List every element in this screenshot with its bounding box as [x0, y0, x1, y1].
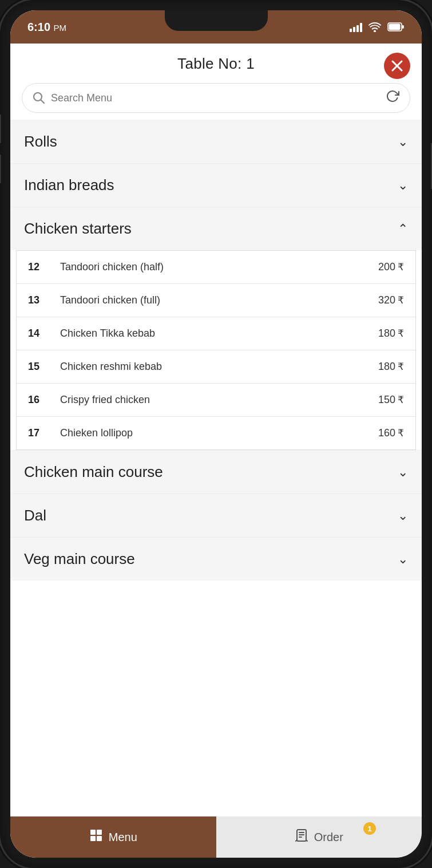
table-row[interactable]: 17 Chieken lollipop 160 ₹: [17, 417, 415, 449]
close-button[interactable]: [384, 53, 410, 79]
chevron-down-icon: ⌄: [398, 508, 408, 523]
item-number: 16: [28, 394, 51, 406]
category-chicken-starters[interactable]: Chicken starters ⌃: [10, 207, 422, 250]
wifi-icon: [368, 22, 382, 32]
page-header: Table No: 1: [10, 44, 422, 78]
item-number: 12: [28, 261, 51, 273]
category-veg-main-label: Veg main course: [24, 550, 135, 568]
item-number: 15: [28, 361, 51, 373]
item-number: 13: [28, 294, 51, 306]
item-price: 150 ₹: [378, 394, 404, 406]
table-row[interactable]: 12 Tandoori chicken (half) 200 ₹: [17, 251, 415, 284]
tab-menu[interactable]: Menu: [10, 816, 216, 858]
item-name: Chieken lollipop: [60, 427, 378, 439]
category-chicken-main-course[interactable]: Chicken main course ⌄: [10, 450, 422, 494]
chevron-up-icon: ⌃: [398, 222, 408, 236]
chevron-down-icon: ⌄: [398, 552, 408, 567]
item-name: Tandoori chicken (full): [60, 294, 378, 306]
table-row[interactable]: 15 Chicken reshmi kebab 180 ₹: [17, 350, 415, 384]
item-number: 14: [28, 328, 51, 340]
tab-order[interactable]: Order 1: [216, 816, 422, 858]
status-time: 6:10 PM: [27, 21, 66, 34]
svg-rect-2: [402, 25, 404, 29]
category-indian-breads[interactable]: Indian breads ⌄: [10, 163, 422, 207]
item-name: Chicken Tikka kebab: [60, 328, 378, 340]
signal-icon: [350, 22, 362, 32]
item-price: 320 ₹: [378, 294, 404, 306]
menu-items-list: 12 Tandoori chicken (half) 200 ₹ 13 Tand…: [16, 250, 416, 450]
category-rolls-label: Rolls: [24, 133, 57, 151]
category-indian-breads-label: Indian breads: [24, 176, 114, 194]
item-name: Tandoori chicken (half): [60, 261, 378, 273]
category-dal[interactable]: Dal ⌄: [10, 494, 422, 537]
refresh-icon[interactable]: [386, 89, 399, 106]
svg-rect-7: [90, 830, 96, 835]
chevron-down-icon: ⌄: [398, 178, 408, 193]
item-number: 17: [28, 427, 51, 439]
category-chicken-main-label: Chicken main course: [24, 463, 163, 481]
category-veg-main-course[interactable]: Veg main course ⌄: [10, 537, 422, 581]
item-price: 200 ₹: [378, 261, 404, 273]
table-row[interactable]: 16 Crispy fried chicken 150 ₹: [17, 384, 415, 417]
svg-rect-1: [389, 24, 401, 30]
svg-rect-10: [97, 836, 102, 841]
page-title: Table No: 1: [177, 55, 255, 73]
category-dal-label: Dal: [24, 507, 46, 524]
category-chicken-starters-label: Chicken starters: [24, 220, 132, 238]
status-icons: [350, 22, 405, 32]
svg-rect-9: [90, 836, 96, 841]
item-price: 180 ₹: [378, 361, 404, 373]
item-price: 180 ₹: [378, 328, 404, 340]
main-content: Table No: 1: [10, 44, 422, 816]
category-rolls[interactable]: Rolls ⌄: [10, 120, 422, 163]
bottom-navigation: Menu Order 1: [10, 816, 422, 858]
svg-line-6: [41, 100, 45, 104]
battery-icon: [387, 22, 405, 31]
search-icon: [33, 92, 45, 104]
order-receipt-icon: [295, 828, 308, 846]
search-bar[interactable]: [22, 83, 410, 113]
tab-order-label: Order: [314, 831, 343, 844]
chevron-down-icon: ⌄: [398, 135, 408, 149]
item-price: 160 ₹: [378, 427, 404, 439]
chevron-down-icon: ⌄: [398, 465, 408, 480]
item-name: Crispy fried chicken: [60, 394, 378, 406]
search-input[interactable]: [51, 92, 386, 104]
table-row[interactable]: 13 Tandoori chicken (full) 320 ₹: [17, 284, 415, 317]
tab-menu-label: Menu: [109, 831, 137, 844]
item-name: Chicken reshmi kebab: [60, 361, 378, 373]
table-row[interactable]: 14 Chicken Tikka kebab 180 ₹: [17, 317, 415, 350]
menu-grid-icon: [89, 828, 103, 846]
svg-rect-8: [97, 830, 102, 835]
order-count-badge: 1: [363, 822, 376, 835]
